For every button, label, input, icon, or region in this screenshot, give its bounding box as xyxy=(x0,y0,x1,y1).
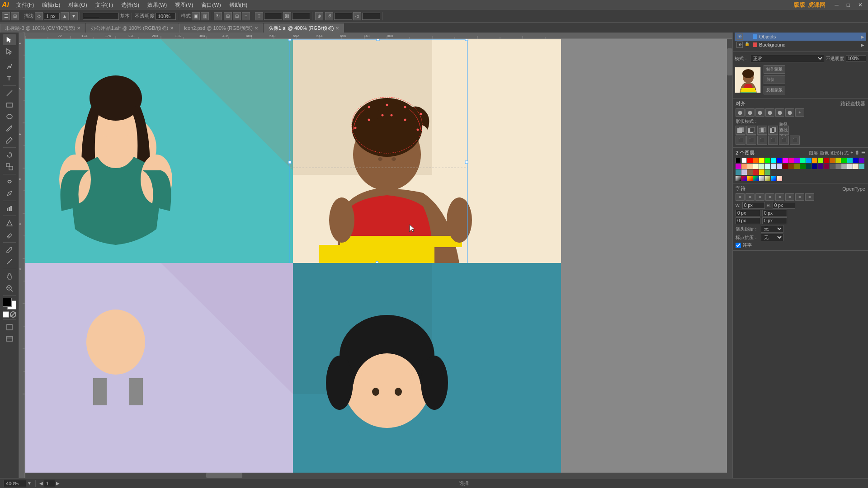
stroke-icon[interactable]: ◇ xyxy=(35,12,43,20)
swatch-blue[interactable] xyxy=(777,158,782,163)
menu-window[interactable]: 窗口(W) xyxy=(198,0,224,10)
swatch-green[interactable] xyxy=(765,158,770,163)
layer-item-background[interactable]: 👁 🔒 Background ▶ xyxy=(735,41,866,49)
swatch-dark-teal[interactable] xyxy=(806,164,811,169)
tab-2[interactable]: icon2.psd @ 100% (RGB/预览) ✕ xyxy=(179,23,263,33)
swatch-grad-yr[interactable] xyxy=(747,176,753,181)
swatch-brown2[interactable] xyxy=(747,169,753,175)
scroll-thumb-right[interactable] xyxy=(727,48,732,75)
opacity-input[interactable] xyxy=(156,13,176,20)
swatch-olive[interactable] xyxy=(835,158,841,163)
swatch-light-peach[interactable] xyxy=(747,164,753,169)
layer-item-objects[interactable]: 👁 Objects ▶ xyxy=(735,33,866,41)
tab-close-1[interactable]: ✕ xyxy=(170,26,174,31)
pen-tool[interactable] xyxy=(3,61,16,72)
type-pad-right[interactable] xyxy=(762,217,787,224)
swatch-lime[interactable] xyxy=(818,158,823,163)
layer-eye-background[interactable]: 👁 xyxy=(736,42,743,48)
eraser-tool[interactable] xyxy=(3,230,16,240)
style-icon[interactable]: ▣ xyxy=(192,12,200,20)
foreground-color[interactable] xyxy=(3,298,16,310)
color-menu[interactable]: ☰ xyxy=(861,150,865,156)
pf-6[interactable]: ⬛ xyxy=(790,136,800,145)
expand-btn[interactable]: + xyxy=(795,108,804,117)
tab-close-0[interactable]: ✕ xyxy=(77,26,80,31)
menu-effect[interactable]: 效果(W) xyxy=(144,0,170,10)
minus-front-btn[interactable] xyxy=(746,126,756,135)
menu-help[interactable]: 帮助(H) xyxy=(226,0,251,10)
tab-close-2[interactable]: ✕ xyxy=(255,26,258,31)
swatch-grad-yw[interactable] xyxy=(765,176,770,181)
swatch-yellow[interactable] xyxy=(759,158,764,163)
align-left-btn[interactable]: ⬤ xyxy=(736,108,745,117)
menu-object[interactable]: 对象(O) xyxy=(65,0,90,10)
swatch-green2[interactable] xyxy=(765,169,770,175)
head-end-select[interactable]: 无 xyxy=(761,234,783,241)
crop-btn[interactable]: 剪切 xyxy=(764,75,785,84)
color-h3[interactable]: 图形样式 xyxy=(830,150,849,156)
graph-tool[interactable] xyxy=(3,203,16,214)
layer-expand-objects[interactable]: ▶ xyxy=(861,34,864,39)
menu-view[interactable]: 视图(V) xyxy=(171,0,197,10)
fill-indicator[interactable] xyxy=(3,311,9,318)
shear-icon[interactable]: ◁ xyxy=(353,12,361,20)
no-fill-indicator[interactable] xyxy=(10,311,16,318)
line-tool[interactable] xyxy=(3,88,16,99)
direct-select-tool[interactable] xyxy=(3,46,16,57)
warp-tool[interactable] xyxy=(3,176,16,187)
tab-0[interactable]: 未标题-3 @ 100% (CMYK/预览) ✕ xyxy=(0,23,85,33)
text-align-left[interactable]: ≡ xyxy=(736,193,745,201)
swatch-indigo[interactable] xyxy=(859,158,864,163)
stroke-width-input[interactable] xyxy=(44,13,60,20)
swatch-red2[interactable] xyxy=(753,169,759,175)
swatch-darkbrown[interactable] xyxy=(788,164,794,169)
shear-input[interactable] xyxy=(362,13,380,20)
type-pad-left[interactable] xyxy=(736,217,760,224)
rotate-input[interactable] xyxy=(334,13,352,20)
swatch-cyan[interactable] xyxy=(771,158,776,163)
swatch-darkolive[interactable] xyxy=(794,164,800,169)
swatch-peach[interactable] xyxy=(741,164,747,169)
intersect-btn[interactable] xyxy=(757,126,767,135)
tab-1[interactable]: 办公用品1.ai* @ 100% (RGB/预览) ✕ xyxy=(86,23,179,33)
type-h-input[interactable] xyxy=(773,202,795,209)
grid-icon[interactable]: ⊞ xyxy=(224,12,232,20)
swatch-forest[interactable] xyxy=(800,164,806,169)
swatch-gray-dark[interactable] xyxy=(830,164,835,169)
swatch-magenta[interactable] xyxy=(783,158,788,163)
zoom-dropdown[interactable]: ▼ xyxy=(27,481,32,486)
swatch-yellow2[interactable] xyxy=(759,169,764,175)
swatch-pink[interactable] xyxy=(788,158,794,163)
swatch-black[interactable] xyxy=(736,158,741,163)
lock-ratio-icon[interactable]: ⛓ xyxy=(283,12,291,20)
pf-2[interactable]: ⬛ xyxy=(746,136,756,145)
screen-mode-button[interactable] xyxy=(3,333,16,344)
align-top-btn[interactable]: ⬤ xyxy=(765,108,774,117)
maximize-button[interactable]: □ xyxy=(843,2,854,8)
make-mask-btn[interactable]: 制作蒙版 xyxy=(764,65,785,74)
stroke-up[interactable]: ▲ xyxy=(61,12,69,20)
text-align-justify-left[interactable]: ≡ xyxy=(785,193,794,201)
text-align-justify-center[interactable]: ≡ xyxy=(805,193,814,201)
ligature-checkbox[interactable] xyxy=(736,243,741,248)
swatch-light-blue[interactable] xyxy=(771,164,776,169)
warp-icon[interactable]: ⌶ xyxy=(255,12,263,20)
swatch-amber[interactable] xyxy=(812,158,817,163)
swatch-darkred[interactable] xyxy=(824,158,829,163)
swatch-darkpurple[interactable] xyxy=(818,164,823,169)
scale-tool[interactable] xyxy=(3,161,16,172)
scroll-right[interactable] xyxy=(727,39,732,478)
swatch-teal-s[interactable] xyxy=(847,158,853,163)
swatch-grad-bw[interactable] xyxy=(736,176,741,181)
dash-select[interactable] xyxy=(83,13,119,20)
rect-tool[interactable] xyxy=(3,99,16,110)
align-bottom-btn[interactable]: ⬤ xyxy=(785,108,794,117)
scroll-bottom[interactable] xyxy=(25,473,727,478)
swatch-grad-wg[interactable] xyxy=(759,176,764,181)
prev-page-btn[interactable]: ◀ xyxy=(39,481,43,486)
align-center-h-btn[interactable]: ⬤ xyxy=(745,108,755,117)
canvas-area[interactable] xyxy=(25,39,732,478)
blend-mode-select[interactable]: 正常 xyxy=(750,55,824,62)
swatch-light-cyan[interactable] xyxy=(765,164,770,169)
swatch-light-green[interactable] xyxy=(759,164,764,169)
